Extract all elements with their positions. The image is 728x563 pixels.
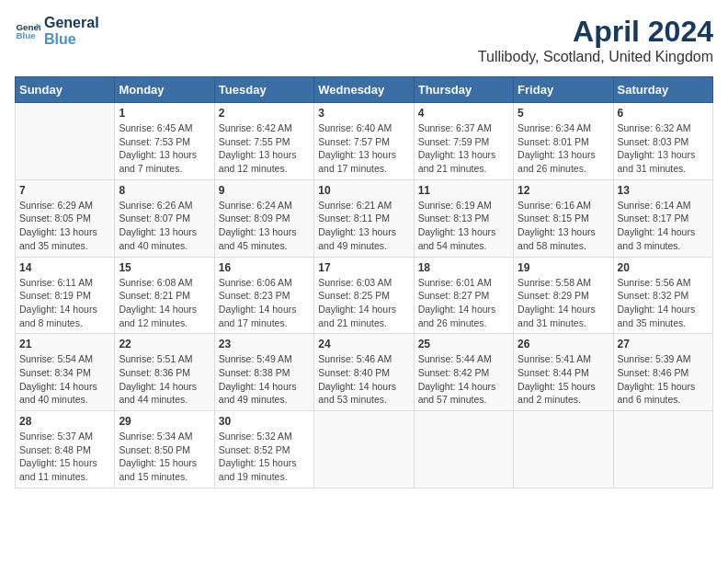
- calendar-cell: 30Sunrise: 5:32 AMSunset: 8:52 PMDayligh…: [214, 411, 313, 488]
- day-info-line: and 31 minutes.: [518, 317, 586, 328]
- day-info: Sunrise: 5:44 AMSunset: 8:42 PMDaylight:…: [418, 352, 509, 407]
- day-info-line: Sunset: 8:40 PM: [318, 367, 390, 378]
- day-info-line: and 17 minutes.: [318, 163, 387, 174]
- day-info-line: Sunrise: 6:19 AM: [418, 200, 492, 211]
- calendar-cell: 1Sunrise: 6:45 AMSunset: 7:53 PMDaylight…: [115, 103, 214, 180]
- day-info-line: and 21 minutes.: [418, 163, 487, 174]
- day-number: 7: [19, 184, 110, 197]
- day-number: 29: [119, 415, 210, 428]
- day-number: 22: [119, 338, 210, 350]
- day-info-line: Sunset: 8:48 PM: [19, 444, 91, 455]
- day-info-line: and 53 minutes.: [318, 394, 387, 405]
- day-info: Sunrise: 5:32 AMSunset: 8:52 PMDaylight:…: [219, 430, 310, 484]
- day-number: 2: [219, 107, 310, 120]
- calendar-cell: 26Sunrise: 5:41 AMSunset: 8:44 PMDayligh…: [514, 334, 613, 411]
- day-number: 1: [119, 107, 210, 120]
- day-info-line: and 54 minutes.: [418, 240, 487, 251]
- day-info: Sunrise: 5:58 AMSunset: 8:29 PMDaylight:…: [518, 276, 609, 330]
- calendar-cell: 29Sunrise: 5:34 AMSunset: 8:50 PMDayligh…: [115, 411, 214, 488]
- day-info: Sunrise: 5:46 AMSunset: 8:40 PMDaylight:…: [318, 352, 409, 407]
- calendar-cell: 21Sunrise: 5:54 AMSunset: 8:34 PMDayligh…: [16, 334, 115, 411]
- day-info-line: Sunset: 8:42 PM: [418, 367, 490, 378]
- day-info-line: Daylight: 13 hours: [219, 226, 297, 237]
- day-info-line: Daylight: 13 hours: [518, 149, 596, 160]
- day-info-line: and 12 minutes.: [119, 317, 188, 328]
- calendar-cell: 27Sunrise: 5:39 AMSunset: 8:46 PMDayligh…: [613, 334, 712, 411]
- day-info-line: and 31 minutes.: [618, 163, 687, 174]
- calendar-cell: 19Sunrise: 5:58 AMSunset: 8:29 PMDayligh…: [514, 257, 613, 334]
- calendar-week-row: 21Sunrise: 5:54 AMSunset: 8:34 PMDayligh…: [16, 334, 713, 411]
- day-number: 28: [19, 415, 110, 428]
- day-info-line: Daylight: 13 hours: [318, 149, 396, 160]
- day-number: 27: [618, 338, 709, 350]
- day-info: Sunrise: 5:39 AMSunset: 8:46 PMDaylight:…: [618, 352, 709, 407]
- day-info-line: Sunset: 7:55 PM: [219, 136, 290, 147]
- day-info-line: Sunset: 8:09 PM: [219, 213, 290, 224]
- day-info-line: Daylight: 13 hours: [518, 226, 596, 237]
- calendar-cell: 4Sunrise: 6:37 AMSunset: 7:59 PMDaylight…: [414, 103, 513, 180]
- day-info-line: Daylight: 15 hours: [19, 457, 97, 468]
- day-info-line: Daylight: 14 hours: [318, 381, 396, 392]
- calendar-cell: 17Sunrise: 6:03 AMSunset: 8:25 PMDayligh…: [314, 257, 414, 334]
- day-info-line: Sunrise: 6:37 AM: [418, 122, 492, 133]
- day-info-line: and 15 minutes.: [119, 471, 188, 482]
- day-info-line: Sunrise: 5:56 AM: [618, 277, 691, 288]
- day-info-line: Daylight: 14 hours: [618, 226, 696, 237]
- calendar-cell: 8Sunrise: 6:26 AMSunset: 8:07 PMDaylight…: [115, 179, 214, 257]
- day-number: 15: [119, 261, 210, 274]
- day-number: 25: [418, 338, 509, 350]
- calendar-cell: 5Sunrise: 6:34 AMSunset: 8:01 PMDaylight…: [514, 103, 613, 180]
- calendar-cell: 20Sunrise: 5:56 AMSunset: 8:32 PMDayligh…: [613, 257, 712, 334]
- day-info: Sunrise: 6:24 AMSunset: 8:09 PMDaylight:…: [219, 199, 310, 253]
- day-info-line: Sunrise: 5:44 AM: [418, 353, 492, 364]
- day-info-line: Sunset: 8:27 PM: [418, 290, 490, 301]
- calendar-cell: [16, 103, 115, 180]
- day-number: 11: [418, 184, 509, 197]
- day-number: 14: [19, 261, 110, 274]
- day-number: 19: [518, 261, 609, 274]
- day-info-line: Sunset: 8:52 PM: [219, 444, 290, 455]
- day-info-line: and 19 minutes.: [219, 471, 288, 482]
- day-number: 20: [618, 261, 709, 274]
- calendar-cell: [514, 411, 613, 488]
- day-info: Sunrise: 6:21 AMSunset: 8:11 PMDaylight:…: [318, 199, 409, 253]
- day-number: 30: [219, 415, 310, 428]
- day-info-line: Sunset: 8:25 PM: [318, 290, 390, 301]
- calendar-cell: 25Sunrise: 5:44 AMSunset: 8:42 PMDayligh…: [414, 334, 513, 411]
- day-info: Sunrise: 5:34 AMSunset: 8:50 PMDaylight:…: [119, 430, 210, 484]
- day-info-line: and 11 minutes.: [19, 471, 88, 482]
- calendar-week-row: 7Sunrise: 6:29 AMSunset: 8:05 PMDaylight…: [16, 179, 713, 257]
- calendar-cell: 24Sunrise: 5:46 AMSunset: 8:40 PMDayligh…: [314, 334, 414, 411]
- day-info: Sunrise: 5:56 AMSunset: 8:32 PMDaylight:…: [618, 276, 709, 330]
- day-info-line: and 45 minutes.: [219, 240, 288, 251]
- day-number: 12: [518, 184, 609, 197]
- day-info: Sunrise: 6:03 AMSunset: 8:25 PMDaylight:…: [318, 276, 409, 330]
- day-info-line: Sunrise: 5:34 AM: [119, 431, 192, 442]
- svg-text:Blue: Blue: [16, 30, 36, 40]
- day-info-line: Sunset: 7:59 PM: [418, 136, 490, 147]
- calendar-cell: 3Sunrise: 6:40 AMSunset: 7:57 PMDaylight…: [314, 103, 414, 180]
- day-info-line: Sunrise: 6:32 AM: [618, 122, 691, 133]
- logo-text-line2: Blue: [44, 31, 99, 48]
- day-info-line: Sunset: 8:50 PM: [119, 444, 190, 455]
- day-info-line: Daylight: 13 hours: [119, 149, 197, 160]
- day-info-line: Daylight: 14 hours: [418, 381, 496, 392]
- day-info: Sunrise: 6:42 AMSunset: 7:55 PMDaylight:…: [219, 121, 310, 176]
- day-number: 18: [418, 261, 509, 274]
- day-info-line: and 35 minutes.: [618, 317, 687, 328]
- day-number: 21: [19, 338, 110, 350]
- calendar-cell: 2Sunrise: 6:42 AMSunset: 7:55 PMDaylight…: [214, 103, 313, 180]
- day-info-line: Sunrise: 5:37 AM: [19, 431, 93, 442]
- day-info-line: Sunrise: 5:39 AM: [618, 353, 691, 364]
- day-info-line: and 6 minutes.: [618, 394, 681, 405]
- calendar-cell: 11Sunrise: 6:19 AMSunset: 8:13 PMDayligh…: [414, 179, 513, 257]
- day-info: Sunrise: 5:41 AMSunset: 8:44 PMDaylight:…: [518, 352, 609, 407]
- day-info-line: and 26 minutes.: [518, 163, 586, 174]
- day-info: Sunrise: 5:54 AMSunset: 8:34 PMDaylight:…: [19, 352, 110, 407]
- day-info-line: Sunrise: 6:14 AM: [618, 200, 691, 211]
- day-info-line: and 3 minutes.: [618, 240, 681, 251]
- day-info: Sunrise: 6:11 AMSunset: 8:19 PMDaylight:…: [19, 276, 110, 330]
- day-info-line: Sunrise: 6:03 AM: [318, 277, 392, 288]
- day-info-line: Daylight: 13 hours: [418, 149, 496, 160]
- day-info-line: Sunrise: 5:51 AM: [119, 353, 192, 364]
